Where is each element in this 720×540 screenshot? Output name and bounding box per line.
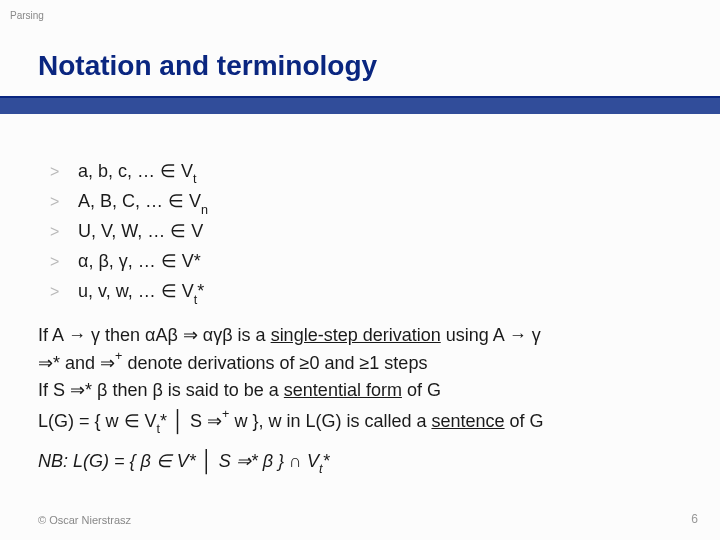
list-text: A, B, C, … ∈ Vn xyxy=(78,188,208,218)
list-text: a, b, c, … ∈ Vt xyxy=(78,158,197,188)
page-title: Notation and terminology xyxy=(38,50,377,82)
notation-list: > a, b, c, … ∈ Vt > A, B, C, … ∈ Vn > U,… xyxy=(50,158,208,309)
copyright: © Oscar Nierstrasz xyxy=(38,514,131,526)
body-line: ⇒* and ⇒+ denote derivations of ≥0 and ≥… xyxy=(38,349,700,377)
list-text: U, V, W, … ∈ V xyxy=(78,218,203,248)
chevron-icon: > xyxy=(50,220,78,245)
title-rule xyxy=(0,96,720,114)
body-line: If A → γ then αAβ ⇒ αγβ is a single-step… xyxy=(38,322,700,349)
body-line: L(G) = { w ∈ Vt* │ S ⇒+ w }, w in L(G) i… xyxy=(38,404,700,437)
list-text: u, v, w, … ∈ Vt* xyxy=(78,278,204,308)
topic-label: Parsing xyxy=(10,10,44,21)
list-item: > a, b, c, … ∈ Vt xyxy=(50,158,208,188)
chevron-icon: > xyxy=(50,160,78,185)
body-line: If S ⇒* β then β is said to be a sentent… xyxy=(38,377,700,404)
list-text: α, β, γ, … ∈ V* xyxy=(78,248,201,278)
list-item: > u, v, w, … ∈ Vt* xyxy=(50,278,208,308)
chevron-icon: > xyxy=(50,190,78,215)
list-item: > U, V, W, … ∈ V xyxy=(50,218,208,248)
list-item: > α, β, γ, … ∈ V* xyxy=(50,248,208,278)
body-text: If A → γ then αAβ ⇒ αγβ is a single-step… xyxy=(38,322,700,437)
chevron-icon: > xyxy=(50,250,78,275)
chevron-icon: > xyxy=(50,280,78,305)
page-number: 6 xyxy=(691,512,698,526)
nb-line: NB: L(G) = { β ∈ V* │ S ⇒* β } ∩ Vt* xyxy=(38,448,330,475)
list-item: > A, B, C, … ∈ Vn xyxy=(50,188,208,218)
